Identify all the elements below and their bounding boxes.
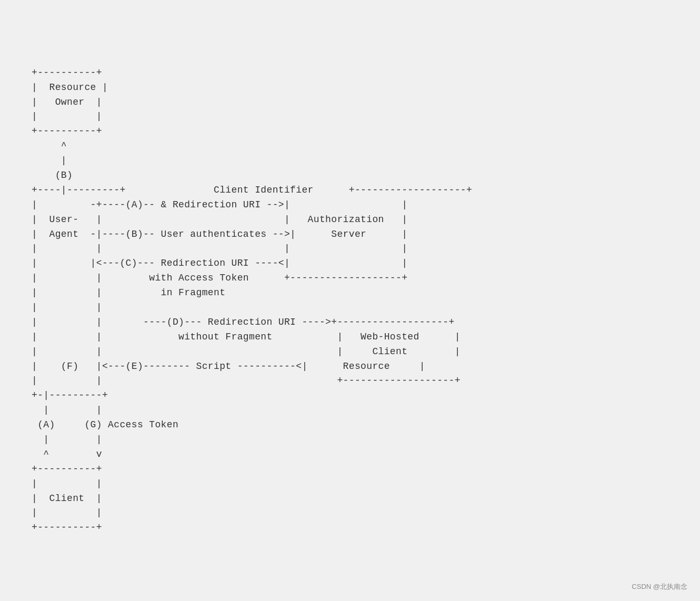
ascii-diagram: +----------+ | Resource | | Owner | | | …: [32, 66, 472, 536]
diagram-container: +----------+ | Resource | | Owner | | | …: [0, 0, 700, 601]
watermark: CSDN @北执南念: [632, 582, 687, 592]
